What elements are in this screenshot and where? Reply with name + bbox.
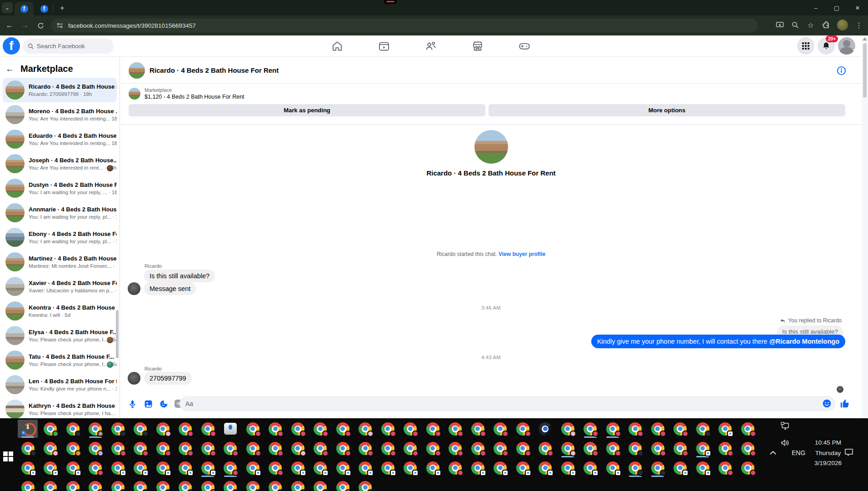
clock-time[interactable]: 10:45 PM	[811, 439, 845, 446]
conversation-item[interactable]: Dustyn · 4 Beds 2 Bath House F... You: I…	[3, 176, 117, 200]
taskbar-chrome-window[interactable]: A	[18, 478, 38, 491]
sent-message-bubble[interactable]: Kindly give me your phone number, I will…	[591, 335, 845, 348]
taskbar-chrome-window[interactable]	[693, 420, 713, 438]
maximize-button[interactable]: ▢	[826, 0, 847, 15]
watch-tab-icon[interactable]	[378, 40, 390, 52]
marketplace-listing-banner[interactable]: Marketplace $1,120 - 4 Beds 2 Bath House…	[129, 87, 244, 100]
taskbar-chrome-window[interactable]	[513, 420, 533, 438]
tray-expand-chevron-icon[interactable]	[769, 450, 777, 456]
taskbar-chrome-window[interactable]	[468, 439, 488, 457]
taskbar-app-active[interactable]: b	[18, 420, 38, 438]
taskbar-chrome-window[interactable]	[490, 420, 510, 438]
minimize-button[interactable]: –	[805, 0, 826, 15]
taskbar-chrome-window[interactable]	[625, 459, 645, 477]
browser-tab-facebook[interactable]: f	[35, 2, 54, 15]
taskbar-chrome-window[interactable]	[288, 478, 308, 491]
taskbar-chrome-window[interactable]	[603, 439, 623, 457]
taskbar-chrome-window[interactable]	[423, 439, 443, 457]
taskbar-chrome-window[interactable]	[243, 439, 263, 457]
taskbar-chrome-window[interactable]	[445, 459, 465, 477]
chat-avatar[interactable]	[129, 62, 145, 79]
taskbar-chrome-window[interactable]	[130, 478, 150, 491]
taskbar-chrome-window[interactable]	[175, 478, 195, 491]
taskbar-chrome-window[interactable]	[378, 459, 398, 477]
view-buyer-profile-link[interactable]: View buyer profile	[499, 251, 545, 257]
taskbar-chrome-window[interactable]	[400, 459, 420, 477]
taskbar-chrome-window[interactable]	[288, 420, 308, 438]
taskbar-chrome-window[interactable]	[625, 439, 645, 457]
taskbar-chrome-window[interactable]	[198, 459, 218, 477]
taskbar-chrome-window[interactable]	[693, 439, 713, 457]
address-bar[interactable]: facebook.com/messages/t/3902810156693457	[51, 19, 758, 32]
notifications-button[interactable]: 20+	[818, 37, 835, 55]
taskbar-chrome-window[interactable]	[63, 478, 83, 491]
attach-photo-icon[interactable]	[144, 399, 153, 409]
taskbar-chrome-window[interactable]	[265, 439, 285, 457]
taskbar-chrome-window[interactable]	[333, 478, 353, 491]
taskbar-chrome-window[interactable]	[333, 439, 353, 457]
taskbar-chrome-window[interactable]	[535, 459, 555, 477]
taskbar-chrome-window[interactable]	[715, 459, 735, 477]
taskbar-chrome-window[interactable]	[18, 459, 38, 477]
language-indicator[interactable]: ENG	[792, 449, 805, 456]
taskbar-chrome-window[interactable]	[715, 439, 735, 457]
taskbar-chrome-window[interactable]	[648, 420, 668, 438]
voice-clip-icon[interactable]	[128, 399, 137, 409]
volume-icon[interactable]	[781, 439, 790, 446]
reload-button[interactable]	[35, 20, 46, 31]
conversation-item[interactable]: Annmarie · 4 Beds 2 Bath Hous... You: I …	[3, 200, 117, 225]
taskbar-chrome-window[interactable]	[715, 420, 735, 438]
taskbar-chrome-window[interactable]	[333, 420, 353, 438]
conversation-item[interactable]: Joseph · 4 Beds 2 Bath House... You: Are…	[3, 151, 117, 176]
taskbar-chrome-window[interactable]	[378, 439, 398, 457]
taskbar-chrome-window[interactable]	[558, 420, 578, 438]
taskbar-chrome-window[interactable]	[738, 439, 758, 457]
message-input[interactable]: Aa	[180, 396, 835, 411]
taskbar-chrome-window[interactable]	[243, 420, 263, 438]
sidebar-scrollbar[interactable]	[116, 310, 119, 358]
taskbar-chrome-window[interactable]	[400, 439, 420, 457]
facebook-logo[interactable]: f	[3, 37, 20, 55]
taskbar-chrome-window[interactable]	[40, 459, 60, 477]
mark-as-pending-button[interactable]: Mark as pending	[129, 104, 485, 116]
taskbar-chrome-window[interactable]	[130, 459, 150, 477]
taskbar-chrome-window[interactable]	[130, 420, 150, 438]
scrollbar-thumb[interactable]	[863, 43, 867, 98]
save-to-device-icon[interactable]	[775, 21, 784, 29]
taskbar-chrome-window[interactable]	[445, 420, 465, 438]
taskbar-chrome-window[interactable]	[153, 459, 173, 477]
taskbar-chrome-window[interactable]	[108, 478, 128, 491]
taskbar-chrome-window[interactable]	[265, 420, 285, 438]
conversation-item[interactable]: Moreno · 4 Beds 2 Bath House ... You: Ar…	[3, 102, 117, 127]
conversation-item[interactable]: Tatu · 4 Beds 2 Bath House F... You: Ple…	[3, 348, 117, 372]
taskbar-chrome-window[interactable]	[535, 420, 555, 438]
taskbar-chrome-window[interactable]	[558, 439, 578, 457]
taskbar-chrome-window[interactable]	[198, 478, 218, 491]
tab-search-chevron-icon[interactable]: ⌄	[2, 2, 13, 13]
taskbar-chrome-window[interactable]	[355, 459, 375, 477]
taskbar-chrome-window[interactable]	[243, 459, 263, 477]
taskbar-chrome-window[interactable]	[558, 459, 578, 477]
emoji-icon[interactable]	[822, 399, 832, 408]
taskbar-chrome-window[interactable]	[40, 439, 60, 457]
notifications-tray-icon[interactable]	[844, 448, 853, 456]
taskbar-chrome-window[interactable]	[378, 420, 398, 438]
taskbar-chrome-window[interactable]	[310, 459, 330, 477]
taskbar-chrome-window[interactable]	[175, 459, 195, 477]
taskbar-chrome-window[interactable]	[85, 459, 105, 477]
taskbar-chrome-window[interactable]: A	[85, 420, 105, 438]
taskbar-chrome-window[interactable]	[198, 420, 218, 438]
taskbar-chrome-window[interactable]	[288, 439, 308, 457]
taskbar-chrome-window[interactable]	[580, 459, 600, 477]
taskbar-chrome-window[interactable]	[175, 420, 195, 438]
taskbar-chrome-window[interactable]	[535, 439, 555, 457]
taskbar-chrome-window[interactable]	[198, 439, 218, 457]
taskbar-chrome-window[interactable]	[85, 478, 105, 491]
taskbar-chrome-window[interactable]	[603, 459, 623, 477]
bookmark-star-icon[interactable]: ☆	[806, 21, 815, 30]
message-bubble[interactable]: Message sent	[144, 282, 196, 295]
taskbar-chrome-window[interactable]	[400, 420, 420, 438]
taskbar-chrome-window[interactable]	[648, 459, 668, 477]
taskbar-chrome-window[interactable]	[670, 439, 690, 457]
conversation-info-icon[interactable]	[837, 66, 846, 75]
